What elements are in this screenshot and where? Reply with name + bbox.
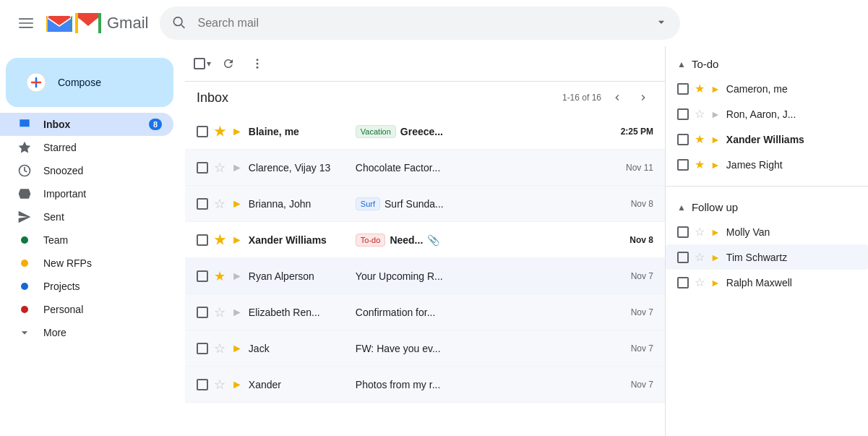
gmail-svg-icon (75, 13, 101, 33)
sidebar-sent-label: Sent (43, 211, 162, 223)
email-checkbox[interactable] (197, 379, 208, 390)
prev-page-button[interactable] (607, 87, 627, 108)
email-checkbox[interactable] (197, 343, 208, 354)
todo-star-icon[interactable]: ★ (695, 82, 705, 95)
inbox-title: Inbox (197, 90, 562, 106)
todo-section-2-header[interactable]: ▲ Follow up (666, 195, 868, 219)
star-icon[interactable]: ☆ (214, 341, 225, 356)
todo-star-icon[interactable]: ☆ (695, 107, 705, 121)
email-row[interactable]: ☆ ► Jack FW: Have you ev... Nov 7 (185, 330, 665, 367)
sidebar-important-label: Important (43, 188, 162, 200)
todo-item[interactable]: ☆ ► Ron, Aaron, J... (666, 101, 868, 127)
email-sender: Clarence, Vijay 13 (249, 162, 350, 174)
star-icon[interactable]: ★ (214, 268, 225, 284)
compose-button[interactable]: Compose (6, 58, 173, 107)
search-expand-icon[interactable] (654, 15, 669, 32)
sidebar-item-snoozed[interactable]: Snoozed (0, 159, 173, 182)
todo-item[interactable]: ☆ ► Molly Van (666, 219, 868, 244)
sidebar-item-personal[interactable]: Personal (0, 298, 173, 321)
checkbox-all[interactable] (194, 58, 205, 69)
email-checkbox[interactable] (197, 307, 208, 318)
more-options-button[interactable] (246, 52, 269, 75)
sidebar-item-starred[interactable]: Starred (0, 136, 173, 159)
svg-marker-5 (75, 13, 101, 25)
star-icon[interactable]: ☆ (214, 377, 225, 393)
email-subject: Surf Sunda... (384, 198, 444, 210)
sidebar-item-important[interactable]: Important (0, 182, 173, 205)
todo-checkbox[interactable] (677, 252, 689, 263)
email-row[interactable]: ☆ ► Xander Photos from my r... Nov 7 (185, 367, 665, 403)
search-input[interactable] (160, 7, 680, 40)
email-checkbox[interactable] (197, 162, 208, 174)
todo-star-icon[interactable]: ☆ (695, 250, 705, 264)
todo-item-name: Xander Williams (726, 134, 804, 145)
sidebar-item-inbox[interactable]: Inbox 8 (0, 113, 173, 136)
sidebar-personal-label: Personal (43, 304, 162, 315)
sidebar-item-newrfps[interactable]: New RFPs (0, 252, 173, 275)
todo-star-icon[interactable]: ☆ (695, 275, 705, 289)
todo-checkbox[interactable] (677, 226, 689, 238)
star-icon[interactable]: ☆ (214, 304, 225, 320)
gmail-logo-icon (46, 13, 72, 33)
important-marker-icon[interactable]: ► (231, 125, 243, 138)
sidebar-item-projects[interactable]: Projects (0, 275, 173, 298)
important-marker-icon[interactable]: ► (231, 270, 243, 283)
important-marker-icon[interactable]: ► (231, 306, 243, 319)
todo-item[interactable]: ★ ► James Right (666, 152, 868, 177)
email-row[interactable]: ☆ ► Brianna, John Surf Surf Sunda... Nov… (185, 186, 665, 222)
todo-section-1-header[interactable]: ▲ To-do (666, 52, 868, 76)
todo-panel: ▲ To-do ★ ► Cameron, me ☆ ► Ron, Aaron, … (666, 46, 868, 436)
important-marker-icon[interactable]: ► (231, 161, 243, 174)
email-date: Nov 8 (631, 199, 653, 209)
todo-checkbox[interactable] (677, 108, 689, 120)
email-row[interactable]: ★ ► Xander Williams To-do Need... 📎 Nov … (185, 222, 665, 258)
sidebar-item-team[interactable]: Team (0, 228, 173, 252)
todo-item[interactable]: ★ ► Xander Williams (666, 127, 868, 152)
important-marker-icon[interactable]: ► (231, 378, 243, 391)
email-list-panel: ▾ Inbox 1-16 of 16 (185, 46, 666, 436)
sidebar-item-more[interactable]: More (0, 321, 173, 344)
todo-checkbox[interactable] (677, 277, 689, 288)
email-row[interactable]: ★ ► Blaine, me Vacation Greece... 2:25 P… (185, 114, 665, 150)
svg-marker-9 (98, 13, 101, 33)
refresh-button[interactable] (217, 52, 240, 75)
svg-point-17 (257, 59, 259, 61)
inbox-icon (17, 117, 32, 132)
todo-section-2: ▲ Follow up ☆ ► Molly Van ☆ ► Tim Schwar… (666, 189, 868, 301)
svg-point-19 (257, 67, 259, 69)
email-row[interactable]: ★ ► Ryan Alperson Your Upcoming R... Nov… (185, 258, 665, 294)
important-marker-icon[interactable]: ► (231, 342, 243, 355)
email-sender: Ryan Alperson (249, 270, 350, 282)
todo-item[interactable]: ☆ ► Ralph Maxwell (666, 270, 868, 295)
email-checkbox[interactable] (197, 270, 208, 282)
todo-imp-icon: ► (710, 159, 721, 171)
gmail-text: Gmail (107, 14, 148, 33)
email-content: Confirmation for... (356, 307, 625, 318)
important-marker-icon[interactable]: ► (231, 234, 243, 247)
sidebar-item-sent[interactable]: Sent (0, 205, 173, 228)
email-row[interactable]: ☆ ► Clarence, Vijay 13 Chocolate Factor.… (185, 150, 665, 186)
email-checkbox[interactable] (197, 234, 208, 246)
todo-checkbox[interactable] (677, 159, 689, 171)
select-all-checkbox[interactable]: ▾ (194, 58, 211, 69)
important-marker-icon[interactable]: ► (231, 197, 243, 210)
todo-checkbox[interactable] (677, 83, 689, 95)
next-page-button[interactable] (633, 87, 653, 108)
todo-item[interactable]: ☆ ► Tim Schwartz (666, 244, 868, 270)
compose-plus-icon (23, 69, 49, 95)
todo-checkbox[interactable] (677, 134, 689, 145)
star-icon[interactable]: ★ (214, 124, 225, 140)
todo-star-icon[interactable]: ★ (695, 158, 705, 171)
svg-rect-2 (19, 27, 33, 28)
star-icon[interactable]: ☆ (214, 196, 225, 212)
todo-star-icon[interactable]: ☆ (695, 225, 705, 239)
email-checkbox[interactable] (197, 126, 208, 137)
email-checkbox[interactable] (197, 198, 208, 210)
star-icon[interactable]: ☆ (214, 160, 225, 176)
menu-button[interactable] (12, 9, 40, 38)
todo-star-icon[interactable]: ★ (695, 132, 705, 146)
todo-item[interactable]: ★ ► Cameron, me (666, 76, 868, 101)
email-row[interactable]: ☆ ► Elizabeth Ren... Confirmation for...… (185, 294, 665, 330)
email-date: Nov 7 (631, 380, 653, 390)
star-icon[interactable]: ★ (214, 232, 225, 248)
